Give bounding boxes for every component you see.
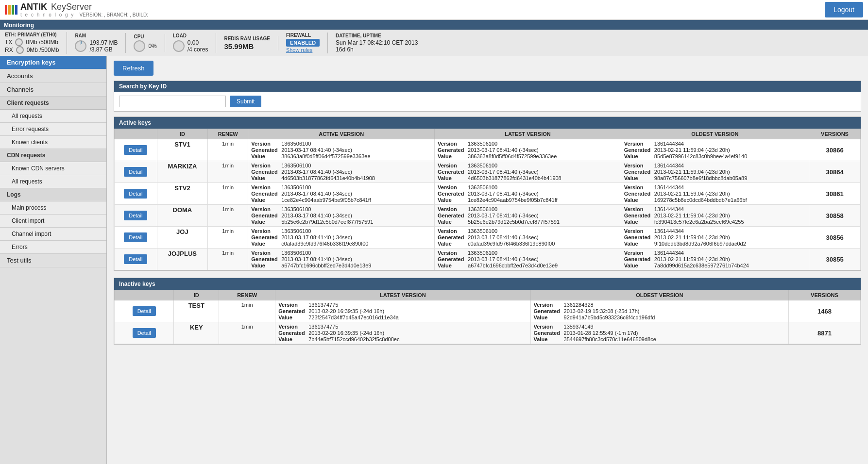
monitoring-bar: Monitoring (0, 20, 868, 30)
eth-section: ETH: primary (eth0) TX 0Mb /500Mb RX 0Mb… (5, 32, 67, 54)
sidebar-item-accounts[interactable]: Accounts (0, 69, 106, 83)
detail-button[interactable]: Detail (133, 306, 156, 316)
load-label: LOAD (173, 33, 208, 38)
oldest-version-cell: Version1361284328 Generated2013-02-19 15… (530, 300, 788, 322)
tx-row: TX 0Mb /500Mb (5, 38, 59, 46)
logo-subtitle: t e c h n o l o g y (20, 12, 74, 17)
latest-version-cell: Version1363506100 Generated2013-03-17 08… (435, 249, 621, 270)
monitoring-title: Monitoring (4, 21, 864, 30)
submit-button[interactable]: Submit (230, 96, 261, 107)
versions-num: 30858 (809, 205, 861, 227)
sidebar-item-client-import[interactable]: Client import (0, 215, 106, 228)
col-latest-version: LATEST VERSION (435, 129, 621, 139)
latest-version-cell: Version1363506100 Generated2013-03-17 08… (435, 139, 621, 161)
rx-indicator (16, 46, 24, 54)
active-version-cell: Version1363506100 Generated2013-03-17 08… (248, 183, 435, 205)
sidebar-item-cdn-all-requests[interactable]: All requests (0, 175, 106, 188)
ram-label: RAM (75, 33, 118, 38)
rx-val: 0Mb /500Mb (27, 47, 59, 53)
search-box: Search by Key ID Submit (114, 81, 861, 112)
sidebar-item-channels[interactable]: Channels (0, 83, 106, 97)
sidebar-item-encryption-keys[interactable]: Encryption keys (0, 56, 106, 69)
key-id: JOJPLUS (157, 249, 208, 270)
oldest-version-cell: Version1361444344 Generated2013-02-21 11… (621, 139, 809, 161)
versions-num: 30861 (809, 183, 861, 205)
col-action (115, 129, 157, 139)
detail-button[interactable]: Detail (124, 167, 147, 177)
detail-button[interactable]: Detail (124, 145, 147, 155)
renew-val: 1min (208, 249, 248, 270)
detail-button[interactable]: Detail (124, 189, 147, 199)
table-row: Detail JOJPLUS 1min Version1363506100 Ge… (115, 249, 861, 270)
rx-label: RX (5, 47, 13, 53)
detail-button[interactable]: Detail (124, 232, 147, 242)
redis-row: 35.99MB (224, 42, 270, 50)
detail-button[interactable]: Detail (133, 328, 156, 338)
sidebar-item-known-clients[interactable]: Known clients (0, 136, 106, 149)
detail-button[interactable]: Detail (124, 211, 147, 220)
tx-label: TX (5, 39, 12, 46)
detail-cell: Detail (115, 139, 157, 161)
active-keys-table: ID RENEW ACTIVE VERSION LATEST VERSION O… (114, 129, 861, 270)
ram-pie (75, 40, 86, 52)
sidebar-item-all-requests[interactable]: All requests (0, 110, 106, 123)
sidebar-item-main-process[interactable]: Main process (0, 201, 106, 215)
versions-num: 30866 (809, 139, 861, 161)
table-row: Detail KEY 1min Version1361374775 Genera… (115, 322, 861, 344)
latest-version-cell: Version1363506100 Generated2013-03-17 08… (435, 183, 621, 205)
detail-cell: Detail (115, 249, 157, 270)
header: ANTIK KeyServer t e c h n o l o g y VERS… (0, 0, 868, 20)
oldest-version-cell: Version1361444344 Generated2013-02-21 11… (621, 205, 809, 227)
renew-val: 1min (208, 205, 248, 227)
table-row: Detail STV2 1min Version1363506100 Gener… (115, 183, 861, 205)
versions-num: 30864 (809, 161, 861, 183)
detail-cell: Detail (115, 300, 174, 322)
search-input[interactable] (119, 96, 226, 107)
cpu-val: 0% (148, 43, 156, 50)
icol-oldest-version: OLDEST VERSION (530, 290, 788, 300)
active-version-cell: Version1363506100 Generated2013-03-17 08… (248, 249, 435, 270)
renew-val: 1min (208, 161, 248, 183)
stripe-blue (15, 5, 17, 15)
latest-version-cell: Version1361374775 Generated2013-02-20 16… (275, 300, 530, 322)
firewall-status: ENABLED (286, 39, 320, 47)
logo-stripes (5, 5, 17, 15)
key-id: STV2 (157, 183, 208, 205)
sidebar-section-logs[interactable]: Logs (0, 188, 106, 201)
uptime-val: 16d 6h (336, 46, 418, 53)
sidebar-item-known-cdn[interactable]: Known CDN servers (0, 162, 106, 175)
sidebar-section-client-requests[interactable]: Client requests (0, 97, 106, 110)
cpu-row: 0% (134, 40, 156, 52)
table-row: Detail DOMA 1min Version1363506100 Gener… (115, 205, 861, 227)
detail-cell: Detail (115, 205, 157, 227)
detail-button[interactable]: Detail (124, 254, 147, 264)
sidebar-item-test-utils[interactable]: Test utils (0, 254, 106, 267)
show-rules-link[interactable]: Show rules (286, 47, 312, 53)
refresh-button[interactable]: Refresh (114, 61, 153, 76)
load-pie (173, 40, 185, 52)
renew-val: 1min (208, 227, 248, 249)
firewall-section: FIREWALL ENABLED Show rules (278, 33, 328, 53)
rx-row: RX 0Mb /500Mb (5, 46, 59, 54)
tx-indicator (15, 38, 23, 46)
logout-button[interactable]: Logout (825, 2, 863, 17)
renew-val: 1min (208, 183, 248, 205)
renew-val: 1min (208, 139, 248, 161)
active-version-cell: Version1363506100 Generated2013-03-17 08… (248, 205, 435, 227)
sidebar-item-channel-import[interactable]: Channel import (0, 228, 106, 241)
key-id: JOJ (157, 227, 208, 249)
oldest-version-cell: Version1361444344 Generated2013-02-21 11… (621, 161, 809, 183)
col-active-version: ACTIVE VERSION (248, 129, 435, 139)
sidebar-item-error-requests[interactable]: Error requests (0, 123, 106, 136)
icol-id: ID (174, 290, 219, 300)
active-version-cell: Version1363506100 Generated2013-03-17 08… (248, 227, 435, 249)
datetime-section: DATETIME, UPTIME Sun Mar 17 08:42:10 CET… (328, 33, 425, 53)
detail-cell: Detail (115, 183, 157, 205)
sidebar-section-cdn-requests[interactable]: CDN requests (0, 149, 106, 162)
logo-product: KeyServer (51, 2, 92, 12)
oldest-version-cell: Version1361444344 Generated2013-02-21 11… (621, 227, 809, 249)
ram-section: RAM 193.97 MB /3.87 GB (67, 33, 126, 53)
stripe-green (12, 5, 14, 15)
latest-version-cell: Version1363506100 Generated2013-03-17 08… (435, 227, 621, 249)
sidebar-item-errors[interactable]: Errors (0, 241, 106, 254)
